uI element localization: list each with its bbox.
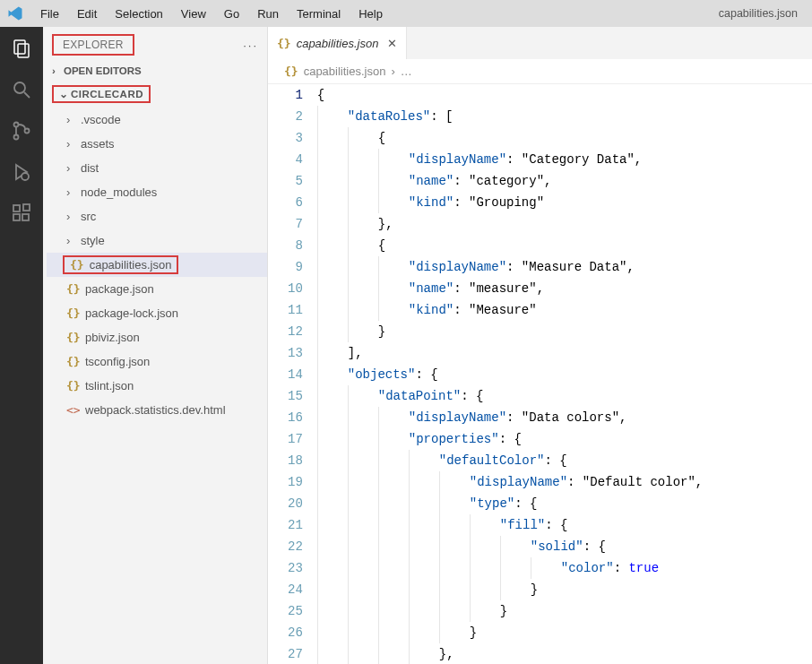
svg-rect-8	[13, 205, 20, 211]
menu-view[interactable]: View	[173, 4, 214, 24]
chevron-right-icon: ›	[391, 65, 394, 78]
svg-point-5	[14, 135, 19, 140]
svg-point-7	[22, 173, 29, 180]
svg-rect-1	[18, 44, 29, 57]
json-icon: {}	[284, 65, 298, 78]
code-editor[interactable]: 1234567891011121314151617181920212223242…	[268, 84, 812, 664]
file-pbivizjson[interactable]: {}pbiviz.json	[47, 325, 267, 349]
chevron-down-icon: ⌄	[59, 88, 68, 100]
chevron-right-icon: ›	[52, 65, 61, 76]
folder-style[interactable]: ›style	[47, 229, 267, 253]
file-tsconfigjson[interactable]: {}tsconfig.json	[47, 349, 267, 374]
source-control-icon[interactable]	[9, 118, 34, 143]
chevron-right-icon: ›	[66, 113, 77, 126]
json-icon: {}	[66, 379, 80, 392]
file-capabilitiesjson[interactable]: {}capabilities.json	[47, 253, 267, 277]
chevron-right-icon: ›	[66, 234, 77, 247]
json-icon: {}	[66, 282, 80, 296]
json-icon: {}	[277, 37, 291, 50]
project-label: CIRCLECARD	[71, 89, 143, 99]
chevron-right-icon: ›	[66, 185, 77, 199]
menu-edit[interactable]: Edit	[69, 4, 105, 24]
open-editors-section[interactable]: › OPEN EDITORS	[43, 61, 267, 81]
breadcrumb[interactable]: {} capabilities.json › …	[268, 59, 812, 84]
sidebar: EXPLORER ··· › OPEN EDITORS ⌄ CIRCLECARD…	[43, 27, 268, 664]
file-packagejson[interactable]: {}package.json	[47, 277, 267, 301]
project-section[interactable]: ⌄ CIRCLECARD	[43, 81, 267, 108]
run-icon[interactable]	[9, 160, 34, 185]
code-content[interactable]: { "dataRoles": [ { "displayName": "Categ…	[317, 84, 812, 664]
svg-rect-11	[23, 204, 30, 211]
json-icon: {}	[66, 331, 80, 344]
folder-dist[interactable]: ›dist	[47, 156, 267, 180]
explorer-heading: EXPLORER	[52, 34, 134, 56]
chevron-right-icon: ›	[66, 161, 77, 175]
explorer-icon[interactable]	[9, 36, 34, 61]
editor-tabs: {} capabilities.json ✕	[268, 27, 812, 59]
menu-selection[interactable]: Selection	[107, 4, 170, 24]
titlebar: FileEditSelectionViewGoRunTerminalHelp c…	[0, 0, 812, 27]
folder-nodemodules[interactable]: ›node_modules	[47, 180, 267, 204]
file-tree: ›.vscode›assets›dist›node_modules›src›st…	[43, 108, 267, 422]
svg-rect-0	[14, 40, 25, 54]
search-icon[interactable]	[9, 77, 34, 102]
folder-assets[interactable]: ›assets	[47, 132, 267, 156]
window-title: capabilities.json	[719, 7, 805, 20]
main-menu: FileEditSelectionViewGoRunTerminalHelp	[32, 4, 391, 24]
json-icon: {}	[66, 306, 80, 320]
svg-rect-10	[22, 214, 29, 220]
json-icon: {}	[66, 355, 80, 368]
chevron-right-icon: ›	[66, 137, 77, 151]
menu-file[interactable]: File	[32, 4, 67, 24]
folder-src[interactable]: ›src	[47, 204, 267, 229]
menu-go[interactable]: Go	[216, 4, 247, 24]
html-icon: <>	[66, 403, 80, 417]
svg-point-6	[25, 129, 30, 134]
chevron-right-icon: ›	[66, 210, 77, 223]
breadcrumb-trail: …	[401, 65, 412, 78]
svg-point-4	[14, 123, 19, 127]
activity-bar	[0, 27, 43, 664]
close-icon[interactable]: ✕	[387, 37, 397, 50]
svg-point-2	[14, 82, 25, 93]
editor-area: {} capabilities.json ✕ {} capabilities.j…	[268, 27, 812, 664]
file-packagelockjson[interactable]: {}package-lock.json	[47, 301, 267, 325]
folder-vscode[interactable]: ›.vscode	[47, 108, 267, 132]
extensions-icon[interactable]	[9, 201, 34, 226]
breadcrumb-file: capabilities.json	[304, 65, 386, 78]
vscode-logo-icon	[7, 5, 23, 22]
menu-help[interactable]: Help	[350, 4, 391, 24]
svg-line-3	[24, 92, 30, 98]
tab-label: capabilities.json	[297, 37, 379, 50]
menu-terminal[interactable]: Terminal	[289, 4, 349, 24]
file-tslintjson[interactable]: {}tslint.json	[47, 374, 267, 398]
sidebar-more-icon[interactable]: ···	[243, 39, 258, 52]
open-editors-label: OPEN EDITORS	[64, 65, 142, 76]
svg-rect-9	[13, 214, 20, 220]
json-icon: {}	[70, 258, 84, 272]
menu-run[interactable]: Run	[249, 4, 287, 24]
line-gutter: 1234567891011121314151617181920212223242…	[268, 84, 317, 664]
tab-capabilities[interactable]: {} capabilities.json ✕	[268, 27, 407, 59]
file-webpackstatisticsdevhtml[interactable]: <>webpack.statistics.dev.html	[47, 398, 267, 422]
